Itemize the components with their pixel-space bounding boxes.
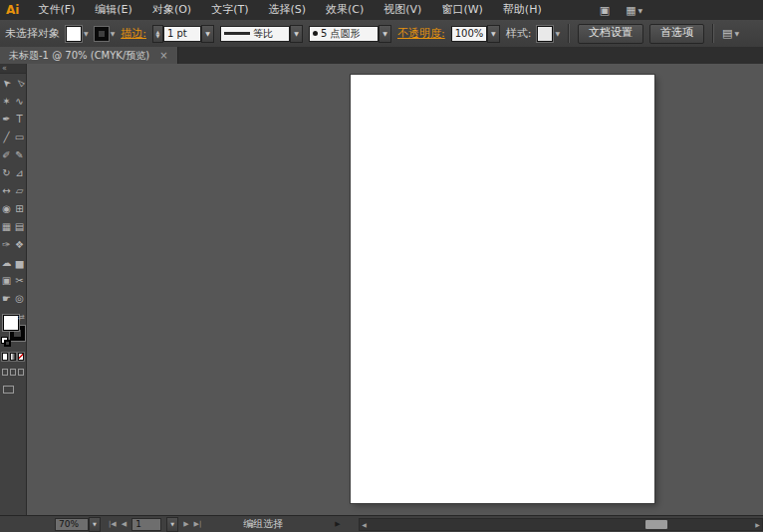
blend-tool[interactable]: ❖ (13, 235, 26, 253)
chevron-down-icon[interactable]: ▼ (111, 30, 116, 37)
width-profile-value[interactable]: 等比 (220, 26, 290, 42)
chevron-down-icon[interactable]: ▼ (84, 30, 89, 37)
selection-tool[interactable]: ➤ (0, 74, 13, 92)
scrollbar-thumb[interactable] (645, 520, 667, 529)
document-setup-button[interactable]: 文档设置 (578, 24, 643, 44)
stroke-color-swatch[interactable] (95, 27, 109, 41)
brush-value[interactable]: 5 点圆形 (309, 26, 379, 42)
style-swatch[interactable] (537, 26, 553, 42)
draw-normal-button[interactable] (2, 369, 8, 376)
workspace-switcher[interactable]: ▦ ▼ (626, 4, 642, 17)
previous-artboard-button[interactable]: ◀ (122, 520, 127, 528)
illustrator-window: Ai 文件(F) 编辑(E) 对象(O) 文字(T) 选择(S) 效果(C) 视… (0, 0, 763, 532)
last-artboard-button[interactable]: ▶| (194, 520, 202, 528)
symbol-sprayer-tool[interactable]: ☁ (0, 253, 13, 271)
direct-selection-tool[interactable]: ▻ (13, 74, 26, 92)
fill-color-control[interactable]: ▼ (66, 26, 89, 42)
gradient-button[interactable] (10, 353, 16, 361)
gradient-tool[interactable]: ▤ (13, 217, 26, 235)
pencil-tool[interactable]: ✎ (13, 145, 26, 163)
canvas-area[interactable] (27, 64, 763, 516)
menu-effect[interactable]: 效果(C) (316, 0, 374, 20)
scroll-right-icon[interactable]: ▶ (753, 521, 762, 528)
opacity-panel-link[interactable]: 不透明度: (397, 26, 445, 41)
scrollbar-track[interactable] (369, 519, 753, 530)
artboard-number-input[interactable]: 1 (131, 518, 161, 531)
draw-behind-button[interactable] (10, 369, 16, 376)
free-transform-tool[interactable]: ▱ (13, 181, 26, 199)
toolbar-collapse-button[interactable]: « (0, 64, 26, 74)
stroke-weight-dropdown[interactable]: ▼ (201, 25, 214, 43)
lasso-tool[interactable]: ∿ (13, 92, 26, 110)
line-tool[interactable]: ╱ (0, 128, 13, 145)
opacity-input[interactable]: 100% (451, 26, 487, 42)
type-tool-icon: T (16, 114, 22, 125)
next-artboard-button[interactable]: ▶ (183, 520, 188, 528)
menu-object[interactable]: 对象(O) (142, 0, 201, 20)
zoom-tool[interactable]: ◎ (13, 289, 26, 307)
close-icon[interactable]: × (159, 50, 167, 61)
stroke-color-control[interactable]: ▼ (95, 27, 116, 41)
stroke-weight-stepper[interactable]: ▲ ▼ (152, 25, 163, 43)
document-tab-bar: 未标题-1 @ 70% (CMYK/预览) × (0, 47, 763, 65)
menu-help[interactable]: 帮助(H) (493, 0, 552, 20)
document-tab[interactable]: 未标题-1 @ 70% (CMYK/预览) × (0, 47, 178, 64)
default-colors-icon[interactable] (1, 337, 10, 346)
none-button[interactable] (18, 353, 24, 361)
first-artboard-button[interactable]: |◀ (109, 520, 117, 528)
scale-tool[interactable]: ⊿ (13, 163, 26, 181)
magic-wand-tool-icon: ✶ (2, 96, 10, 107)
width-profile-dropdown[interactable]: ▼ (290, 25, 303, 43)
artboard[interactable] (351, 75, 654, 503)
chevron-down-icon: ▼ (638, 7, 643, 14)
stroke-weight-input[interactable]: 1 pt (163, 26, 201, 42)
menu-select[interactable]: 选择(S) (258, 0, 316, 20)
hand-tool[interactable]: ☛ (0, 289, 13, 307)
menu-type[interactable]: 文字(T) (201, 0, 258, 20)
artboard-number-dropdown[interactable]: ▼ (166, 517, 178, 532)
artboard-tool[interactable]: ▣ (0, 271, 13, 289)
stroke-panel-link[interactable]: 描边: (121, 26, 146, 41)
menu-window[interactable]: 窗口(W) (431, 0, 492, 20)
color-button[interactable] (2, 353, 8, 361)
pen-tool[interactable]: ✒ (0, 110, 13, 128)
slice-tool[interactable]: ✂ (13, 271, 26, 289)
horizontal-scrollbar[interactable]: ◀ ▶ (359, 518, 763, 531)
eyedropper-tool[interactable]: ✑ (0, 235, 13, 253)
zoom-control: 70% ▼ (55, 517, 101, 532)
scroll-left-icon[interactable]: ◀ (360, 521, 369, 528)
zoom-input[interactable]: 70% (55, 518, 89, 531)
menu-edit[interactable]: 编辑(E) (85, 0, 142, 20)
graph-tool-icon: ▅ (16, 257, 24, 268)
rotate-tool[interactable]: ↻ (0, 163, 13, 181)
perspective-grid-tool[interactable]: ⊞ (13, 199, 26, 217)
screen-mode-button[interactable] (3, 386, 14, 394)
eyedropper-tool-icon: ✑ (2, 239, 10, 250)
shape-builder-tool[interactable]: ◉ (0, 199, 13, 217)
opacity-dropdown[interactable]: ▼ (487, 25, 500, 43)
rectangle-tool[interactable]: ▭ (13, 128, 26, 145)
paintbrush-tool[interactable]: ✐ (0, 145, 13, 163)
type-tool[interactable]: T (13, 110, 26, 128)
mesh-tool[interactable]: ▦ (0, 217, 13, 235)
swap-colors-icon[interactable]: ⇄ (18, 313, 25, 322)
zoom-dropdown[interactable]: ▼ (89, 517, 101, 532)
width-tool[interactable]: ↔ (0, 181, 13, 199)
stepper-down-icon[interactable]: ▼ (156, 34, 160, 38)
magic-wand-tool[interactable]: ✶ (0, 92, 13, 110)
menu-view[interactable]: 视图(V) (374, 0, 431, 20)
chevron-down-icon[interactable]: ▼ (555, 30, 560, 37)
selection-tool-icon: ➤ (0, 76, 13, 90)
graph-tool[interactable]: ▅ (13, 253, 26, 271)
app-logo: Ai (0, 3, 28, 17)
fill-color-swatch[interactable] (66, 26, 82, 42)
control-panel-menu[interactable]: ▤ ▼ (722, 27, 739, 40)
draw-inside-button[interactable] (18, 369, 24, 376)
brush-dropdown[interactable]: ▼ (379, 25, 391, 43)
preferences-button[interactable]: 首选项 (649, 24, 704, 44)
status-flyout-arrow-icon[interactable]: ▶ (335, 520, 340, 528)
menu-file[interactable]: 文件(F) (28, 0, 85, 20)
blend-tool-icon: ❖ (15, 239, 24, 250)
arrange-documents-button[interactable]: ▣ (600, 4, 610, 17)
fill-swatch[interactable] (3, 315, 19, 331)
